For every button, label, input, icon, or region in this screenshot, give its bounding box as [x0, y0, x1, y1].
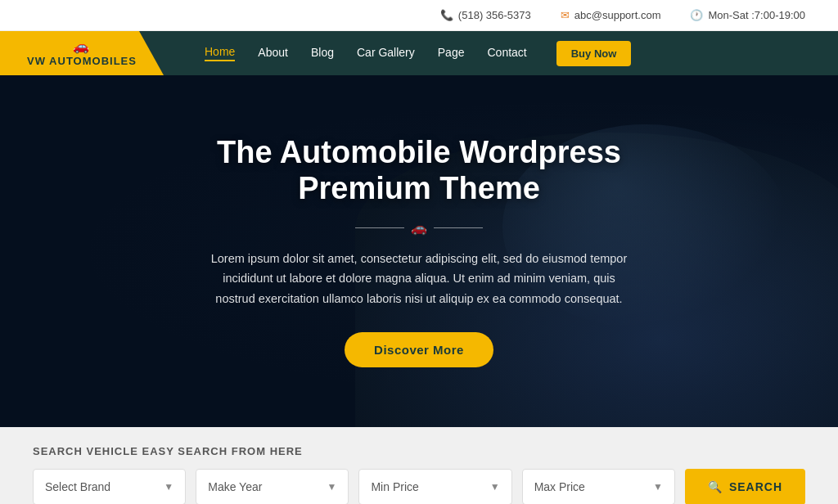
clock-icon: 🕐	[690, 9, 703, 21]
brand-select-label: Select Brand	[45, 480, 110, 493]
logo-text: 🚗 VW AUTOMOBILES	[27, 39, 137, 67]
nav-home[interactable]: Home	[205, 45, 235, 61]
search-label: SEARCH VEHICLE EASY SEARCH FROM HERE	[33, 445, 805, 457]
hero-description: Lorem ipsum dolor sit amet, consectetur …	[206, 249, 632, 309]
search-icon: 🔍	[708, 480, 723, 493]
max-price-chevron-icon: ▼	[653, 481, 663, 493]
nav-blog[interactable]: Blog	[311, 46, 334, 61]
discover-more-button[interactable]: Discover More	[345, 332, 493, 367]
nav-about[interactable]: About	[258, 46, 288, 61]
search-section: SEARCH VEHICLE EASY SEARCH FROM HERE Sel…	[0, 427, 838, 504]
divider-line-left	[355, 227, 404, 228]
search-button-label: SEARCH	[729, 480, 782, 493]
min-price-label: Min Price	[371, 480, 418, 493]
main-nav: Home About Blog Car Gallery Page Contact…	[164, 41, 838, 66]
logo-label: VW AUTOMOBILES	[27, 56, 137, 67]
hero-divider: 🚗	[206, 220, 632, 236]
car-divider-icon: 🚗	[411, 220, 427, 236]
phone-icon: 📞	[440, 9, 453, 21]
buy-now-button[interactable]: Buy Now	[556, 41, 632, 66]
max-price-select[interactable]: Max Price ▼	[522, 469, 675, 504]
min-price-chevron-icon: ▼	[490, 481, 500, 493]
divider-line-right	[434, 227, 483, 228]
business-hours: Mon-Sat :7:00-19:00	[708, 9, 805, 21]
top-bar: 📞 (518) 356-5373 ✉ abc@support.com 🕐 Mon…	[0, 0, 838, 31]
year-chevron-icon: ▼	[327, 481, 337, 493]
max-price-label: Max Price	[534, 480, 585, 493]
hero-title: The Automobile Wordpress Premium Theme	[206, 135, 632, 206]
phone-number: (518) 356-5373	[458, 9, 531, 21]
nav-page[interactable]: Page	[438, 46, 465, 61]
min-price-select[interactable]: Min Price ▼	[358, 469, 511, 504]
year-select-label: Make Year	[208, 480, 262, 493]
phone-contact: 📞 (518) 356-5373	[440, 9, 531, 21]
nav-car-gallery[interactable]: Car Gallery	[357, 46, 415, 61]
hero-content: The Automobile Wordpress Premium Theme 🚗…	[190, 135, 648, 367]
year-select[interactable]: Make Year ▼	[196, 469, 349, 504]
nav-contact[interactable]: Contact	[487, 46, 526, 61]
logo: 🚗 VW AUTOMOBILES	[0, 31, 164, 75]
header: 🚗 VW AUTOMOBILES Home About Blog Car Gal…	[0, 31, 838, 75]
hours-contact: 🕐 Mon-Sat :7:00-19:00	[690, 9, 805, 21]
email-icon: ✉	[561, 9, 570, 21]
search-controls: Select Brand ▼ Make Year ▼ Min Price ▼ M…	[33, 469, 805, 504]
logo-car-icon: 🚗	[73, 39, 90, 54]
brand-select[interactable]: Select Brand ▼	[33, 469, 186, 504]
hero-section: The Automobile Wordpress Premium Theme 🚗…	[0, 75, 838, 427]
email-contact: ✉ abc@support.com	[561, 9, 661, 21]
email-address: abc@support.com	[574, 9, 661, 21]
brand-chevron-icon: ▼	[164, 481, 173, 493]
search-button[interactable]: 🔍 SEARCH	[685, 469, 805, 504]
